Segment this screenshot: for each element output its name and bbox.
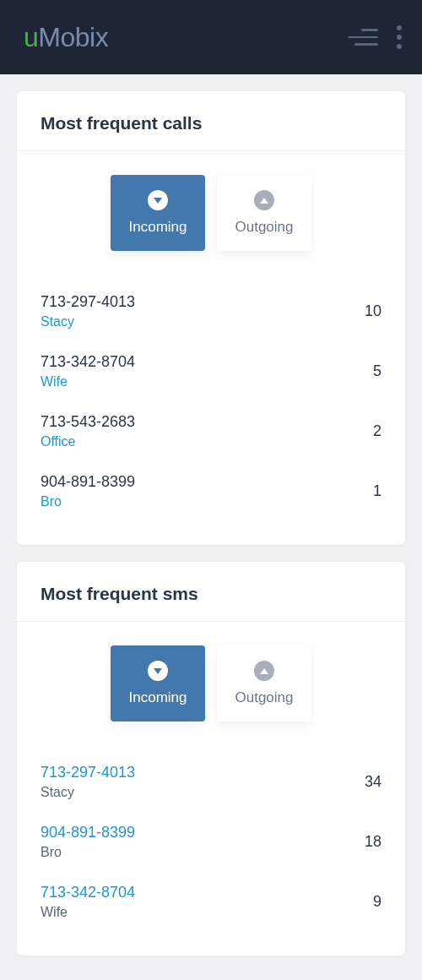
sms-card-header: Most frequent sms: [17, 562, 405, 622]
sms-list: 713-297-4013 Stacy 34 904-891-8399 Bro 1…: [17, 752, 405, 956]
call-count: 2: [373, 422, 381, 440]
menu-icon[interactable]: [348, 29, 378, 46]
list-item[interactable]: 713-297-4013 Stacy 10: [41, 281, 381, 341]
list-item-info: 904-891-8399 Bro: [41, 824, 135, 860]
calls-tabs: Incoming Outgoing: [17, 151, 405, 281]
list-item[interactable]: 713-297-4013 Stacy 34: [41, 752, 381, 812]
contact-name: Bro: [41, 494, 135, 509]
list-item-info: 713-543-2683 Office: [41, 413, 135, 449]
main-content: Most frequent calls Incoming Outgoing 71…: [0, 74, 422, 980]
contact-name: Stacy: [41, 785, 135, 800]
tab-label: Outgoing: [235, 219, 294, 236]
list-item-info: 713-297-4013 Stacy: [41, 764, 135, 800]
sms-count: 18: [365, 833, 381, 851]
contact-name: Office: [41, 434, 135, 449]
call-count: 5: [373, 362, 381, 380]
calls-card-title: Most frequent calls: [41, 113, 381, 133]
outgoing-icon: [254, 661, 274, 681]
tab-outgoing-sms[interactable]: Outgoing: [217, 645, 311, 721]
list-item[interactable]: 713-342-8704 Wife 5: [41, 341, 381, 401]
sms-count: 34: [365, 773, 381, 791]
tab-label: Incoming: [129, 219, 187, 236]
phone-number: 713-543-2683: [41, 413, 135, 431]
contact-name: Bro: [41, 845, 135, 860]
phone-number: 713-297-4013: [41, 764, 135, 781]
phone-number: 904-891-8399: [41, 824, 135, 841]
logo-prefix: u: [24, 22, 38, 52]
phone-number: 713-342-8704: [41, 884, 135, 901]
app-logo: uMobix: [24, 22, 108, 53]
call-count: 10: [365, 302, 381, 320]
tab-label: Incoming: [129, 689, 187, 706]
contact-name: Wife: [41, 905, 135, 920]
calls-list: 713-297-4013 Stacy 10 713-342-8704 Wife …: [17, 281, 405, 545]
list-item-info: 713-342-8704 Wife: [41, 353, 135, 389]
contact-name: Wife: [41, 374, 135, 389]
list-item-info: 713-342-8704 Wife: [41, 884, 135, 920]
sms-card: Most frequent sms Incoming Outgoing 713-…: [17, 562, 405, 956]
calls-card-header: Most frequent calls: [17, 91, 405, 151]
phone-number: 713-297-4013: [41, 293, 135, 311]
outgoing-icon: [254, 190, 274, 210]
sms-count: 9: [373, 893, 381, 911]
calls-card: Most frequent calls Incoming Outgoing 71…: [17, 91, 405, 545]
incoming-icon: [148, 661, 168, 681]
incoming-icon: [148, 190, 168, 210]
phone-number: 713-342-8704: [41, 353, 135, 371]
list-item[interactable]: 713-342-8704 Wife 9: [41, 872, 381, 932]
contact-name: Stacy: [41, 314, 135, 329]
call-count: 1: [373, 482, 381, 500]
list-item[interactable]: 904-891-8399 Bro 18: [41, 812, 381, 872]
logo-suffix: Mobix: [38, 22, 108, 52]
list-item[interactable]: 713-543-2683 Office 2: [41, 401, 381, 461]
app-header: uMobix: [0, 0, 422, 74]
sms-tabs: Incoming Outgoing: [17, 622, 405, 752]
sms-card-title: Most frequent sms: [41, 584, 381, 604]
tab-outgoing-calls[interactable]: Outgoing: [217, 175, 311, 251]
header-actions: [348, 25, 402, 49]
list-item-info: 713-297-4013 Stacy: [41, 293, 135, 329]
more-options-icon[interactable]: [397, 25, 402, 49]
list-item-info: 904-891-8399 Bro: [41, 473, 135, 509]
phone-number: 904-891-8399: [41, 473, 135, 491]
tab-incoming-calls[interactable]: Incoming: [111, 175, 205, 251]
list-item[interactable]: 904-891-8399 Bro 1: [41, 461, 381, 521]
tab-label: Outgoing: [235, 689, 294, 706]
tab-incoming-sms[interactable]: Incoming: [111, 645, 205, 721]
